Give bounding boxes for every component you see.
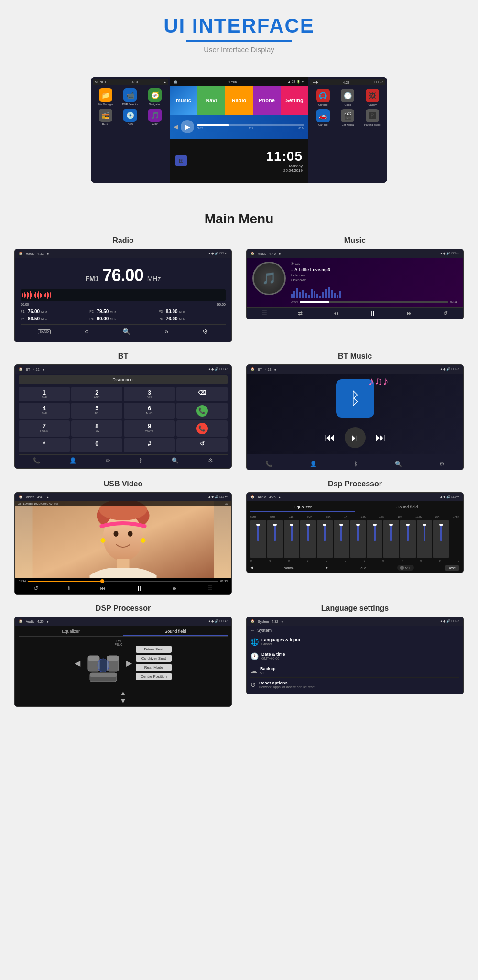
pause-icon[interactable]: ⏸ (369, 309, 376, 317)
list-item[interactable]: 🎵 AUX (144, 109, 166, 126)
eq-slider-10[interactable] (400, 520, 416, 558)
band-button[interactable]: BAND (38, 329, 51, 334)
bt-prev-icon[interactable]: ⏮ (325, 431, 335, 444)
call-button-red[interactable]: 📞 (196, 423, 208, 434)
dsp-reset-button[interactable]: Reset (445, 565, 459, 571)
lang-item-datetime[interactable]: 🕐 Date & time GMT+00:00 (250, 649, 459, 663)
bt-key-star[interactable]: * (19, 438, 70, 452)
lang-back-icon[interactable]: ← (250, 628, 255, 633)
list-item[interactable]: 📹 DVR Selector (120, 88, 141, 106)
up-arrow-icon[interactable]: ▲ (120, 689, 127, 697)
eq-slider-6[interactable] (334, 520, 349, 558)
video-prev-icon[interactable]: ⏮ (100, 585, 106, 592)
video-progress-bar[interactable] (28, 581, 218, 582)
apps-icon[interactable]: ⊞ (175, 155, 187, 166)
eq-slider-7[interactable] (350, 520, 366, 558)
list-item[interactable]: 📁 File Manager (95, 88, 117, 106)
rear-mode-button[interactable]: Rear Mode (136, 664, 172, 671)
bt-key-6[interactable]: 6MNO (124, 403, 175, 419)
tab-radio[interactable]: Radio (225, 86, 253, 115)
dsp-tab-eq[interactable]: Equalizer (250, 503, 355, 512)
bt-search-icon[interactable]: 🔍 (172, 457, 179, 464)
list-item[interactable]: 🌐 Chrome (312, 89, 334, 106)
list-item[interactable]: 📻 Radio (95, 109, 117, 126)
video-play-icon[interactable]: ⏸ (136, 584, 142, 592)
lang-item-languages[interactable]: 🌐 Languages & input Gboard (250, 635, 459, 649)
bt-key-8[interactable]: 8TUV (71, 420, 122, 437)
eq-slider-5[interactable] (317, 520, 333, 558)
bt-key-3[interactable]: 3DEF (124, 387, 175, 401)
preset-p5[interactable]: P5 90.00 MHz (89, 316, 156, 321)
eq-slider-9[interactable] (383, 520, 399, 558)
eq-slider-2[interactable] (267, 520, 283, 558)
list-item[interactable]: 🕐 Clock (337, 89, 359, 106)
bt-key-0[interactable]: 0++ (71, 438, 122, 452)
play-button[interactable]: ▶ (181, 120, 194, 133)
eq-slider-4[interactable] (300, 520, 316, 558)
list-item[interactable]: 🖼 Gallery (361, 89, 383, 106)
list-item[interactable]: 🧭 Navigation (144, 88, 166, 106)
video-repeat-icon[interactable]: ↺ (33, 585, 38, 592)
centre-position-button[interactable]: Centre Position (136, 673, 172, 680)
bt-key-1[interactable]: 1GHI (19, 387, 70, 401)
preset-p1[interactable]: P1 76.00 MHz (21, 309, 87, 314)
bt-call-red[interactable]: 📞 (176, 420, 228, 437)
preset-p2[interactable]: P2 79.50 MHz (89, 309, 156, 314)
music-progress-bar[interactable] (300, 301, 448, 303)
lang-item-reset[interactable]: ↺ Reset options Network, apps, or device… (250, 678, 459, 692)
list-item[interactable]: 🅿 Parking assist (361, 109, 383, 126)
video-playlist-icon[interactable]: ☰ (207, 585, 213, 592)
codriver-seat-button[interactable]: Co-driver Seat (136, 655, 172, 662)
lang-item-backup[interactable]: ☁ Backup Off (250, 663, 459, 678)
bt-key-refresh[interactable]: ↺ (176, 438, 228, 452)
bt-next-icon[interactable]: ⏭ (375, 431, 386, 444)
bt-bluetooth-icon[interactable]: ᛒ (139, 457, 142, 464)
list-item[interactable]: 💿 DVD (120, 109, 141, 126)
bt-key-backspace[interactable]: ⌫ (176, 387, 228, 401)
list-item[interactable]: 🚗 Car Info (312, 109, 334, 126)
eq-slider-8[interactable] (367, 520, 382, 558)
driver-seat-button[interactable]: Driver Seat (136, 646, 172, 653)
prev-track-icon[interactable]: ⏮ (333, 310, 339, 317)
video-info-icon[interactable]: ℹ (68, 585, 70, 592)
eq-slider-1[interactable] (250, 520, 266, 558)
bt-key-5[interactable]: 5JKL (71, 403, 122, 419)
bt-play-button[interactable]: ⏯ (345, 427, 366, 448)
preset-p4[interactable]: P4 86.50 MHz (21, 316, 87, 321)
btm-search-icon[interactable]: 🔍 (395, 461, 402, 467)
btm-settings-icon[interactable]: ⚙ (439, 461, 445, 467)
progress-bar[interactable] (197, 124, 304, 126)
video-next-icon[interactable]: ⏭ (172, 585, 178, 592)
bt-key-9[interactable]: 9WXYZ (124, 420, 175, 437)
btm-contacts-icon[interactable]: 👤 (310, 461, 317, 467)
bt-key-hash[interactable]: # (124, 438, 175, 452)
seat-left-arrow[interactable]: ◀ (75, 659, 80, 668)
next-track-icon[interactable]: ⏭ (407, 310, 413, 317)
settings-icon[interactable]: ⚙ (202, 328, 208, 335)
bt-key-4[interactable]: 4GHI (19, 403, 70, 419)
playlist-icon[interactable]: ☰ (262, 310, 267, 317)
list-item[interactable]: 🎬 Car Media (337, 109, 359, 126)
dsp-play-icon[interactable]: ▶ (326, 566, 328, 570)
tab-phone[interactable]: Phone (253, 86, 281, 115)
eq-slider-12[interactable] (433, 520, 449, 558)
shuffle-icon[interactable]: ↺ (443, 310, 448, 317)
seat-right-arrow[interactable]: ▶ (126, 659, 132, 668)
bt-call-green[interactable]: 📞 (176, 403, 228, 419)
tab-navi[interactable]: Navi (197, 86, 225, 115)
preset-p3[interactable]: P3 83.00 MHz (159, 309, 226, 314)
preset-p6[interactable]: P6 76.00 MHz (159, 316, 226, 321)
dsp-prev-icon[interactable]: ◀ (250, 566, 253, 570)
prev-icon[interactable]: ◀ (174, 123, 178, 130)
bt-settings-icon[interactable]: ⚙ (208, 457, 213, 464)
down-arrow-icon[interactable]: ▼ (120, 697, 127, 705)
seek-back-icon[interactable]: « (85, 328, 88, 335)
btm-bluetooth-icon[interactable]: ᛒ (354, 461, 358, 467)
eq-slider-11[interactable] (417, 520, 433, 558)
call-button-green[interactable]: 📞 (196, 405, 208, 417)
tab-setting[interactable]: Setting (281, 86, 308, 115)
dsp-toggle[interactable]: OFF (397, 565, 414, 571)
btm-phone-icon[interactable]: 📞 (265, 461, 272, 467)
bt-key-7[interactable]: 7PQRS (19, 420, 70, 437)
bt-phone-icon[interactable]: 📞 (33, 457, 40, 464)
